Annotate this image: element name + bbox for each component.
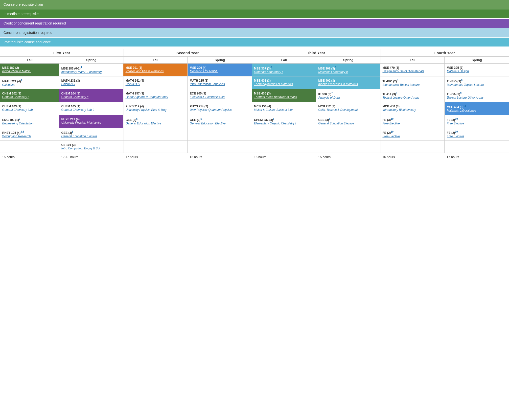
legend-item: Course prerequisite chain: [0, 0, 509, 9]
course-block: TL-BIO (3)8Biomaterials Topical Lecture: [447, 78, 507, 88]
course-cell: [380, 141, 445, 153]
course-block: MSE 307 (3)5Materials Laboratory I: [254, 65, 314, 75]
footnote-ref: 4: [81, 66, 82, 69]
course-code: RHET 105 (4)3,5: [2, 130, 57, 135]
footnote-ref: 10: [455, 130, 458, 133]
course-cell: MATH 221 (4)1Calculus I: [0, 76, 59, 89]
course-name[interactable]: Topical Lecture Other Areas: [447, 96, 507, 99]
course-cell: ECE 205 (3)Electrical & Electronic Ckts: [188, 89, 252, 102]
course-code: MATH 231 (3): [61, 79, 121, 82]
footnote-ref: 10: [391, 117, 393, 120]
legend-item: Immediate prerequisite: [0, 9, 509, 18]
hours-cell: 16 hours: [252, 153, 316, 161]
semester-header-row: FallSpringFallSpringFallSpringFallSpring: [0, 57, 509, 64]
course-cell: IE 300 (3)7Analysis of Data: [316, 89, 380, 102]
course-name[interactable]: Intro Computing: Engrg & Sci: [61, 147, 121, 150]
course-cell: [316, 141, 380, 153]
course-cell: MSE 182 (2)Introduction to MatSE: [0, 64, 59, 76]
course-block: MSE 182 (2)Introduction to MatSE: [2, 65, 57, 74]
course-code: TL-OA (3)9: [382, 92, 442, 96]
course-name[interactable]: Free Elective: [447, 135, 507, 138]
course-name[interactable]: Engineering Orientation: [2, 122, 57, 125]
course-block: GEE (3)5General Education Elective: [318, 117, 378, 126]
table-row: CHEM 102 (3)General Chemistry ICHEM 104 …: [0, 89, 509, 102]
course-block: MSE 404 (3)11Materials Laboratories: [447, 104, 507, 113]
course-name[interactable]: General Chemistry Lab I: [2, 108, 57, 112]
course-name[interactable]: Calculus II: [61, 82, 121, 86]
year-header: Fourth Year: [380, 49, 509, 57]
semester-header: Spring: [188, 57, 252, 64]
course-name[interactable]: University Physics: Mechanics: [61, 121, 121, 124]
course-name[interactable]: Electrical & Electronic Ckts: [190, 95, 250, 99]
course-cell: [252, 141, 316, 153]
course-name[interactable]: Thermal-Mech Behavior of Matls: [254, 95, 314, 99]
course-code: TL-BIO (2)8: [382, 79, 442, 83]
course-cell: MSE 470 (3)Design and Use of Biomaterial…: [380, 64, 445, 76]
course-code: IE 300 (3)7: [318, 92, 378, 96]
course-name[interactable]: Design and Use of Biomaterials: [382, 70, 442, 73]
course-name[interactable]: Analysis of Data: [318, 96, 378, 99]
course-name[interactable]: Linear Algebra w Computat Appl: [125, 95, 185, 99]
course-block: FE (2)10Free Elective: [382, 129, 442, 139]
course-cell: CHEM 105 (1)General Chemistry Lab II: [59, 102, 123, 115]
course-code: CS 101 (3): [61, 143, 121, 147]
course-name[interactable]: Materials Design: [447, 70, 507, 73]
course-name[interactable]: General Education Elective: [190, 122, 250, 125]
course-name[interactable]: Biomaterials Topical Lecture: [382, 83, 442, 87]
course-name[interactable]: Free Elective: [447, 122, 507, 125]
table-row: CS 101 (3)Intro Computing: Engrg & Sci: [0, 141, 509, 153]
course-block: CHEM 103 (1)General Chemistry Lab I: [2, 104, 57, 113]
course-name[interactable]: Free Elective: [382, 122, 442, 125]
course-name[interactable]: Topical Lecture Other Areas: [382, 96, 442, 99]
course-name[interactable]: General Chemistry I: [2, 95, 57, 99]
course-name[interactable]: General Chemistry II: [61, 95, 121, 99]
course-code: MATH 241 (4): [125, 79, 185, 82]
course-block: RHET 105 (4)3,5Writing and Research: [2, 129, 57, 139]
course-name[interactable]: General Chemistry Lab II: [61, 108, 121, 112]
course-name[interactable]: Introductory MatSE Laboratory: [61, 70, 121, 74]
course-block: MSE 401 (3)Thermodynamics of Materials: [254, 78, 314, 87]
footnote-ref: 3,5: [21, 130, 24, 133]
course-block: MCB 450 (3)Introductory Biochemistry: [382, 104, 442, 113]
course-name[interactable]: Molec & Cellular Basis of Life: [254, 108, 314, 112]
course-code: CHEM 103 (1): [2, 105, 57, 108]
course-name[interactable]: Free Elective: [382, 135, 442, 138]
course-name[interactable]: Biomaterials Topical Lecture: [447, 83, 507, 87]
footnote-ref: 6: [273, 117, 275, 120]
course-name[interactable]: Thermodynamics of Materials: [254, 82, 314, 86]
course-name[interactable]: Kinetic Processes in Materials: [318, 82, 378, 86]
course-code: MSE 404 (3)11: [447, 105, 507, 109]
course-name[interactable]: Materials Laboratory I: [254, 70, 314, 74]
hours-cell: 15 hours: [316, 153, 380, 161]
course-code: MSE 182 (2): [2, 66, 57, 70]
course-cell: [123, 128, 188, 141]
course-block: TL-BIO (2)8Biomaterials Topical Lecture: [382, 78, 442, 88]
course-block: MATH 241 (4)Calculus III: [125, 78, 185, 87]
course-name[interactable]: Mechanics for MatSE: [190, 70, 250, 73]
course-block: CHEM 105 (1)General Chemistry Lab II: [61, 104, 121, 113]
course-cell: TL-BIO (3)8Biomaterials Topical Lecture: [445, 76, 509, 89]
course-name[interactable]: University Physics: Elec & Mag: [125, 108, 185, 112]
course-code: PHYS 212 (4): [125, 105, 185, 108]
course-name[interactable]: General Education Elective: [61, 135, 121, 138]
course-name[interactable]: Calculus I: [2, 83, 57, 87]
course-name[interactable]: General Education Elective: [125, 122, 185, 125]
course-name[interactable]: Materials Laboratories: [447, 109, 507, 112]
course-name[interactable]: Introduction to MatSE: [2, 70, 57, 73]
course-name[interactable]: Phases and Phase Relations: [125, 70, 185, 73]
course-name[interactable]: General Education Elective: [318, 122, 378, 125]
course-name[interactable]: Materials Laboratory II: [318, 70, 378, 74]
course-name[interactable]: Cells, Tissues & Development: [318, 108, 378, 112]
course-name[interactable]: Calculus III: [125, 82, 185, 86]
course-name[interactable]: Elementary Organic Chemistry I: [254, 122, 314, 125]
course-name[interactable]: Intro Differential Equations: [190, 82, 250, 86]
course-name[interactable]: Introductory Biochemistry: [382, 108, 442, 112]
course-code: FE (2)10: [447, 130, 507, 135]
course-cell: MCB 150 (4)Molec & Cellular Basis of Lif…: [252, 102, 316, 115]
course-code: MSE 406 (3): [254, 92, 314, 95]
course-name[interactable]: Writing and Research: [2, 135, 57, 138]
course-code: GEE (3)5: [125, 117, 185, 122]
course-name[interactable]: Univ Physics: Quantum Physics: [190, 108, 250, 112]
course-block: CHEM 102 (3)General Chemistry I: [2, 91, 57, 100]
course-block: FE (3)10Free Elective: [447, 117, 507, 126]
